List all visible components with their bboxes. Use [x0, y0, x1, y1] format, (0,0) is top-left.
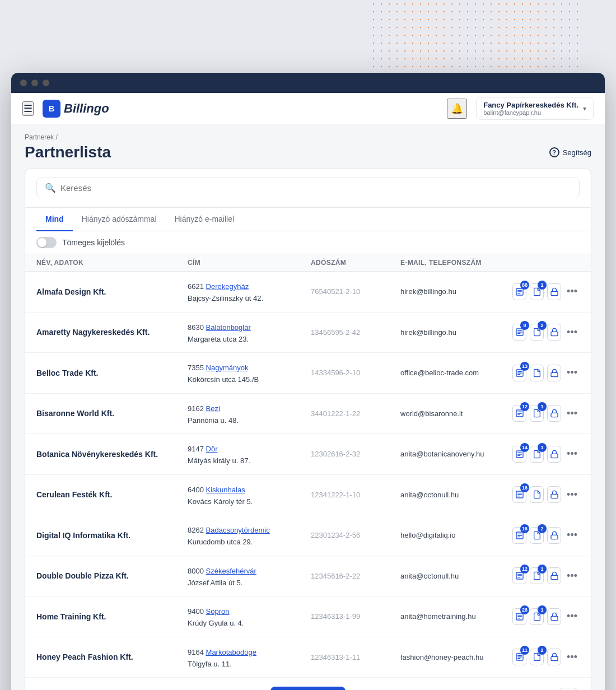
tab-missing-email[interactable]: Hiányzó e-maillel	[166, 208, 244, 231]
scroll-top-button[interactable]: ↑	[559, 688, 577, 690]
document-button[interactable]: 1	[530, 608, 544, 625]
partner-list: Almafa Design Kft. 6621 Derekegyház Bajc…	[25, 272, 591, 678]
lock-button[interactable]	[547, 486, 561, 503]
breadcrumb-parent[interactable]: Partnerek	[25, 133, 54, 141]
more-options-button[interactable]: •••	[564, 527, 580, 543]
table-row[interactable]: Honey Peach Fashion Kft. 9164 Markotaböd…	[25, 637, 591, 678]
invoice-button[interactable]: 11	[512, 649, 526, 665]
document-badge: 2	[538, 321, 547, 330]
document-button[interactable]: 1	[530, 405, 544, 422]
partner-name-cell: Bisaronne World Kft.	[36, 409, 188, 418]
invoice-button[interactable]: 14	[512, 446, 526, 463]
browser-titlebar	[11, 73, 605, 93]
user-email: balint@fancypapir.hu	[483, 109, 578, 116]
svg-rect-44	[551, 616, 558, 620]
row-actions: 12 1 •••	[512, 567, 580, 584]
document-button[interactable]	[530, 486, 544, 503]
more-options-button[interactable]: •••	[564, 324, 580, 341]
address-city[interactable]: Badacsonytördemic	[206, 526, 270, 534]
help-button-label: Segítség	[563, 148, 591, 157]
invoice-button[interactable]: 8	[512, 324, 526, 341]
lock-button[interactable]	[547, 649, 561, 665]
document-button[interactable]	[530, 365, 544, 381]
user-dropdown[interactable]: Fancy Papírkereskedés Kft. balint@fancyp…	[476, 97, 594, 120]
document-button[interactable]: 1	[530, 446, 544, 463]
search-input-wrap: 🔍	[36, 178, 580, 198]
search-icon: 🔍	[45, 183, 56, 193]
invoice-button[interactable]: 16	[512, 486, 526, 503]
tab-missing-tax[interactable]: Hiányzó adószámmal	[73, 208, 166, 231]
table-row[interactable]: Bisaronne World Kft. 9162 Bezi Pannónia …	[25, 394, 591, 435]
address-cell: 9164 Markotabödöge Tölgyfa u. 11.	[188, 645, 311, 670]
table-row[interactable]: Belloc Trade Kft. 7355 Nagymányok Kökörc…	[25, 353, 591, 394]
user-info: Fancy Papírkereskedés Kft. balint@fancyp…	[483, 101, 578, 116]
logo-icon: B	[43, 100, 60, 118]
partner-name-cell: Double Double Pizza Kft.	[36, 571, 188, 580]
lock-button[interactable]	[547, 527, 561, 544]
new-partner-button[interactable]: ⊕ Új partner	[270, 687, 346, 690]
address-city[interactable]: Nagymányok	[206, 363, 249, 372]
address-city[interactable]: Székesfehérvár	[206, 567, 256, 575]
partner-name: Bisaronne World Kft.	[36, 409, 188, 418]
table-row[interactable]: Digital IQ Informatika Kft. 8262 Badacso…	[25, 515, 591, 556]
search-input[interactable]	[60, 183, 571, 193]
more-options-button[interactable]: •••	[564, 283, 580, 300]
table-row[interactable]: Cerulean Festék Kft. 6400 Kiskunhalas Ko…	[25, 475, 591, 516]
svg-rect-39	[551, 576, 558, 580]
address-city[interactable]: Kiskunhalas	[206, 486, 245, 494]
invoice-button[interactable]: 16	[512, 527, 526, 544]
lock-button[interactable]	[547, 324, 561, 341]
lock-button[interactable]	[547, 446, 561, 463]
menu-icon[interactable]: ☰	[22, 101, 34, 116]
col-header-tax: Adószám	[311, 259, 400, 267]
tax-number: 12346313-1-99	[311, 612, 400, 621]
more-options-button[interactable]: •••	[564, 608, 580, 624]
address-city[interactable]: Dör	[206, 445, 218, 453]
lock-button[interactable]	[547, 567, 561, 584]
address-city[interactable]: Markotabödöge	[206, 648, 256, 656]
table-row[interactable]: Amaretty Nagykereskedés Kft. 8630 Balato…	[25, 313, 591, 353]
address-code: 8000	[188, 567, 206, 575]
bulk-toggle[interactable]	[36, 237, 57, 248]
table-row[interactable]: Almafa Design Kft. 6621 Derekegyház Bajc…	[25, 272, 591, 313]
document-button[interactable]: 1	[530, 283, 544, 300]
partner-name: Amaretty Nagykereskedés Kft.	[36, 328, 188, 337]
invoice-badge: 13	[520, 362, 529, 371]
document-button[interactable]: 2	[530, 527, 544, 544]
lock-button[interactable]	[547, 608, 561, 625]
tab-mind[interactable]: Mind	[36, 208, 73, 231]
lock-button[interactable]	[547, 283, 561, 300]
table-row[interactable]: Botanica Növénykereskedés Kft. 9147 Dör …	[25, 434, 591, 475]
more-options-button[interactable]: •••	[564, 365, 580, 381]
invoice-button[interactable]: 13	[512, 365, 526, 381]
more-options-button[interactable]: •••	[564, 446, 580, 462]
breadcrumb-separator: /	[55, 133, 57, 141]
document-button[interactable]: 2	[530, 649, 544, 665]
lock-button[interactable]	[547, 365, 561, 381]
lock-button[interactable]	[547, 405, 561, 422]
address-city[interactable]: Bezi	[206, 404, 220, 413]
bell-button[interactable]: 🔔	[447, 99, 467, 119]
document-button[interactable]: 1	[530, 567, 544, 584]
tax-number: 14334596-2-10	[311, 369, 400, 377]
document-button[interactable]: 2	[530, 324, 544, 341]
invoice-button[interactable]: 26	[512, 608, 526, 625]
logo-text: Billingo	[64, 101, 109, 116]
invoice-button[interactable]: 88	[512, 283, 526, 300]
address-city[interactable]: Derekegyház	[206, 282, 249, 291]
address-city[interactable]: Balatonboglár	[206, 323, 251, 332]
more-options-button[interactable]: •••	[564, 649, 580, 665]
more-options-button[interactable]: •••	[564, 568, 580, 584]
invoice-button[interactable]: 12	[512, 405, 526, 422]
table-row[interactable]: Home Training Kft. 9400 Sopron Krúdy Gyu…	[25, 596, 591, 637]
more-options-button[interactable]: •••	[564, 405, 580, 422]
more-options-button[interactable]: •••	[564, 487, 580, 503]
address-city[interactable]: Sopron	[206, 607, 230, 616]
address-cell: 6621 Derekegyház Bajcsy-Zsilinszky út 42…	[188, 279, 311, 304]
col-header-email: E-mail, Telefonszám	[400, 259, 512, 267]
invoice-badge: 11	[520, 646, 529, 655]
help-button[interactable]: ? Segítség	[549, 147, 591, 157]
invoice-button[interactable]: 12	[512, 567, 526, 584]
table-row[interactable]: Double Double Pizza Kft. 8000 Székesfehé…	[25, 556, 591, 597]
row-actions: 8 2 •••	[512, 324, 580, 341]
